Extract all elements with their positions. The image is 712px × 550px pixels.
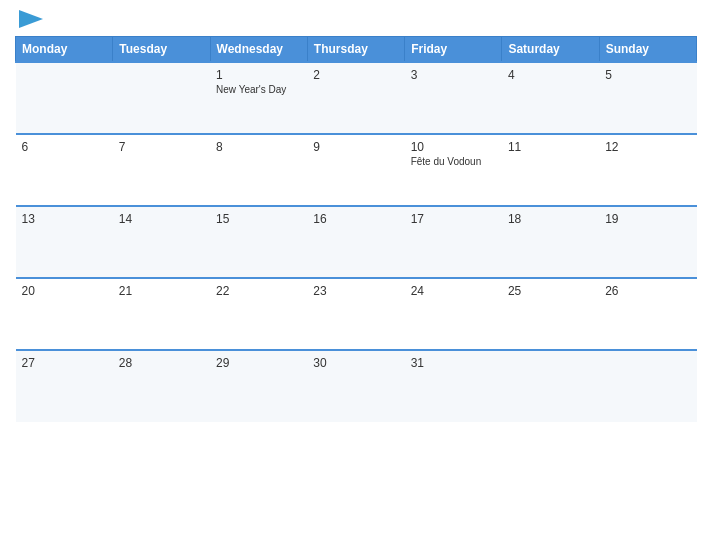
calendar-cell: 22 [210, 278, 307, 350]
calendar-header [15, 10, 697, 28]
day-number: 2 [313, 68, 398, 82]
day-number: 30 [313, 356, 398, 370]
calendar-cell [113, 62, 210, 134]
day-number: 5 [605, 68, 690, 82]
calendar-cell: 31 [405, 350, 502, 422]
weekday-header-thursday: Thursday [307, 37, 404, 63]
weekday-header-monday: Monday [16, 37, 113, 63]
day-number: 19 [605, 212, 690, 226]
day-event: New Year's Day [216, 84, 301, 95]
calendar-cell: 14 [113, 206, 210, 278]
calendar-cell: 17 [405, 206, 502, 278]
week-row-5: 2728293031 [16, 350, 697, 422]
day-number: 8 [216, 140, 301, 154]
calendar-cell: 23 [307, 278, 404, 350]
day-number: 1 [216, 68, 301, 82]
week-row-1: 1New Year's Day2345 [16, 62, 697, 134]
day-number: 27 [22, 356, 107, 370]
calendar-cell: 21 [113, 278, 210, 350]
day-number: 11 [508, 140, 593, 154]
logo-flag-icon [19, 10, 43, 28]
calendar-cell: 9 [307, 134, 404, 206]
calendar-cell: 16 [307, 206, 404, 278]
day-number: 21 [119, 284, 204, 298]
calendar-cell: 19 [599, 206, 696, 278]
calendar-cell: 13 [16, 206, 113, 278]
day-number: 15 [216, 212, 301, 226]
day-number: 28 [119, 356, 204, 370]
weekday-header-wednesday: Wednesday [210, 37, 307, 63]
weekday-header-friday: Friday [405, 37, 502, 63]
calendar-cell: 20 [16, 278, 113, 350]
calendar-cell: 26 [599, 278, 696, 350]
calendar-cell: 11 [502, 134, 599, 206]
day-number: 24 [411, 284, 496, 298]
day-number: 25 [508, 284, 593, 298]
day-number: 4 [508, 68, 593, 82]
day-number: 12 [605, 140, 690, 154]
day-number: 10 [411, 140, 496, 154]
calendar-cell [599, 350, 696, 422]
day-number: 16 [313, 212, 398, 226]
calendar-cell: 27 [16, 350, 113, 422]
day-number: 31 [411, 356, 496, 370]
day-number: 9 [313, 140, 398, 154]
calendar-cell: 3 [405, 62, 502, 134]
svg-marker-0 [19, 10, 43, 28]
calendar-cell: 8 [210, 134, 307, 206]
day-number: 22 [216, 284, 301, 298]
calendar-cell: 25 [502, 278, 599, 350]
weekday-header-tuesday: Tuesday [113, 37, 210, 63]
calendar-cell: 24 [405, 278, 502, 350]
day-number: 17 [411, 212, 496, 226]
week-row-2: 678910Fête du Vodoun1112 [16, 134, 697, 206]
day-event: Fête du Vodoun [411, 156, 496, 167]
calendar-cell: 10Fête du Vodoun [405, 134, 502, 206]
week-row-4: 20212223242526 [16, 278, 697, 350]
calendar-cell: 6 [16, 134, 113, 206]
day-number: 14 [119, 212, 204, 226]
day-number: 3 [411, 68, 496, 82]
calendar-cell: 30 [307, 350, 404, 422]
calendar-cell: 18 [502, 206, 599, 278]
day-number: 18 [508, 212, 593, 226]
calendar-cell: 12 [599, 134, 696, 206]
day-number: 23 [313, 284, 398, 298]
week-row-3: 13141516171819 [16, 206, 697, 278]
calendar-table: MondayTuesdayWednesdayThursdayFridaySatu… [15, 36, 697, 422]
calendar-cell: 2 [307, 62, 404, 134]
calendar-cell: 29 [210, 350, 307, 422]
calendar-cell: 1New Year's Day [210, 62, 307, 134]
calendar-cell: 5 [599, 62, 696, 134]
calendar-cell: 15 [210, 206, 307, 278]
weekday-header-saturday: Saturday [502, 37, 599, 63]
calendar-cell: 28 [113, 350, 210, 422]
calendar-cell: 7 [113, 134, 210, 206]
calendar-cell [16, 62, 113, 134]
weekday-header-sunday: Sunday [599, 37, 696, 63]
logo [15, 10, 43, 28]
day-number: 6 [22, 140, 107, 154]
calendar-cell: 4 [502, 62, 599, 134]
day-number: 29 [216, 356, 301, 370]
day-number: 20 [22, 284, 107, 298]
day-number: 26 [605, 284, 690, 298]
calendar-cell [502, 350, 599, 422]
calendar-page: MondayTuesdayWednesdayThursdayFridaySatu… [0, 0, 712, 550]
weekday-header-row: MondayTuesdayWednesdayThursdayFridaySatu… [16, 37, 697, 63]
day-number: 7 [119, 140, 204, 154]
day-number: 13 [22, 212, 107, 226]
